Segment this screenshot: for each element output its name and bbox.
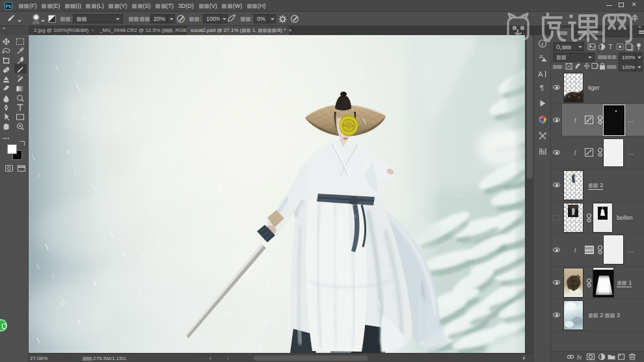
svg-text:A: A bbox=[538, 70, 543, 78]
svg-text:¶: ¶ bbox=[540, 84, 544, 92]
svg-text:T: T bbox=[609, 44, 613, 51]
svg-text:fx: fx bbox=[577, 354, 582, 361]
